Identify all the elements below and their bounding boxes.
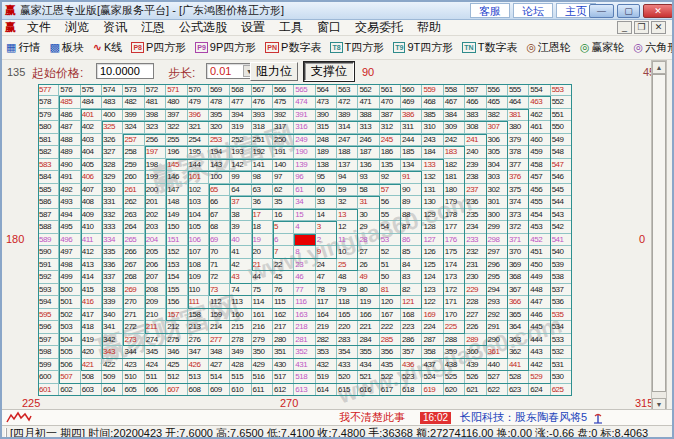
grid-cell[interactable]: 239 <box>465 159 486 171</box>
grid-cell[interactable]: 400 <box>102 109 123 121</box>
grid-cell[interactable]: 115 <box>273 296 294 308</box>
grid-cell[interactable]: 444 <box>529 334 550 346</box>
grid-cell[interactable]: 188 <box>337 146 358 158</box>
menu-item[interactable]: 设置 <box>234 19 272 36</box>
grid-cell[interactable]: 372 <box>508 221 529 233</box>
grid-cell[interactable]: 377 <box>508 159 529 171</box>
grid-cell[interactable]: 359 <box>444 346 465 358</box>
grid-cell[interactable]: 149 <box>166 209 187 221</box>
grid-cell[interactable]: 88 <box>401 209 422 221</box>
grid-cell[interactable]: 539 <box>551 259 572 271</box>
grid-cell[interactable]: 266 <box>123 246 144 258</box>
grid-cell[interactable]: 434 <box>358 359 379 371</box>
grid-cell[interactable]: 86 <box>401 234 422 246</box>
grid-cell[interactable]: 146 <box>166 171 187 183</box>
grid-cell[interactable]: 281 <box>294 334 315 346</box>
grid-cell[interactable]: 574 <box>102 84 123 96</box>
grid-cell[interactable]: 532 <box>551 346 572 358</box>
grid-cell[interactable]: 263 <box>123 209 144 221</box>
grid-cell[interactable]: 418 <box>81 321 102 333</box>
grid-cell[interactable]: 66 <box>209 196 230 208</box>
grid-cell[interactable]: 563 <box>337 84 358 96</box>
grid-cell[interactable]: 382 <box>487 109 508 121</box>
grid-cell[interactable]: 17 <box>252 209 273 221</box>
grid-cell[interactable]: 271 <box>123 309 144 321</box>
grid-cell[interactable]: 380 <box>508 121 529 133</box>
grid-cell[interactable]: 22 <box>273 259 294 271</box>
grid-cell[interactable]: 274 <box>145 334 166 346</box>
grid-cell[interactable]: 350 <box>252 346 273 358</box>
grid-cell[interactable]: 517 <box>273 371 294 383</box>
grid-cell[interactable]: 325 <box>102 121 123 133</box>
grid-cell[interactable]: 34 <box>294 196 315 208</box>
grid-cell[interactable]: 368 <box>508 271 529 283</box>
grid-cell[interactable]: 412 <box>81 246 102 258</box>
grid-cell[interactable]: 92 <box>380 171 401 183</box>
grid-cell[interactable]: 320 <box>209 121 230 133</box>
grid-cell[interactable]: 84 <box>401 259 422 271</box>
grid-cell[interactable]: 326 <box>102 134 123 146</box>
grid-cell[interactable]: 569 <box>209 84 230 96</box>
grid-cell[interactable]: 15 <box>294 209 315 221</box>
grid-cell[interactable]: 421 <box>81 359 102 371</box>
grid-cell[interactable]: 71 <box>209 259 230 271</box>
grid-cell[interactable]: 453 <box>529 221 550 233</box>
grid-cell[interactable]: 169 <box>422 309 443 321</box>
grid-cell[interactable]: 21 <box>252 259 273 271</box>
grid-cell[interactable]: 258 <box>123 146 144 158</box>
grid-cell[interactable]: 215 <box>230 321 251 333</box>
grid-cell[interactable]: 413 <box>81 259 102 271</box>
grid-cell[interactable]: 270 <box>123 296 144 308</box>
grid-cell[interactable]: 353 <box>316 346 337 358</box>
grid-cell[interactable]: 491 <box>59 171 80 183</box>
grid-cell[interactable]: 317 <box>273 121 294 133</box>
grid-cell[interactable]: 575 <box>81 84 102 96</box>
titlebar-link-2[interactable]: 论坛 <box>513 3 553 18</box>
grid-cell[interactable]: 520 <box>337 371 358 383</box>
grid-cell[interactable]: 424 <box>145 359 166 371</box>
grid-cell[interactable]: 20 <box>252 246 273 258</box>
grid-cell[interactable]: 323 <box>145 121 166 133</box>
grid-cell[interactable]: 487 <box>59 121 80 133</box>
grid-cell[interactable]: 466 <box>465 96 486 108</box>
grid-cell[interactable]: 60 <box>316 184 337 196</box>
grid-cell[interactable]: 471 <box>358 96 379 108</box>
grid-cell[interactable]: 240 <box>465 146 486 158</box>
grid-cell[interactable]: 431 <box>294 359 315 371</box>
grid-cell[interactable]: 559 <box>422 84 443 96</box>
grid-cell[interactable]: 53 <box>380 234 401 246</box>
grid-cell[interactable]: 396 <box>188 109 209 121</box>
grid-cell[interactable]: 447 <box>529 296 550 308</box>
grid-cell[interactable]: 305 <box>487 146 508 158</box>
grid-cell[interactable]: 171 <box>444 296 465 308</box>
grid-cell[interactable]: 96 <box>294 171 315 183</box>
grid-cell[interactable]: 153 <box>166 259 187 271</box>
grid-cell[interactable]: 470 <box>380 96 401 108</box>
grid-cell[interactable]: 406 <box>81 171 102 183</box>
grid-cell[interactable]: 36 <box>252 196 273 208</box>
grid-cell[interactable]: 330 <box>102 184 123 196</box>
grid-cell[interactable]: 303 <box>487 171 508 183</box>
grid-cell[interactable]: 616 <box>358 384 379 396</box>
grid-cell[interactable]: 587 <box>38 209 59 221</box>
grid-cell[interactable]: 136 <box>358 159 379 171</box>
grid-cell[interactable]: 472 <box>337 96 358 108</box>
grid-cell[interactable]: 105 <box>188 221 209 233</box>
grid-cell[interactable]: 114 <box>252 296 273 308</box>
grid-cell[interactable]: 302 <box>487 184 508 196</box>
grid-cell[interactable]: 501 <box>59 296 80 308</box>
grid-cell[interactable]: 371 <box>508 234 529 246</box>
grid-cell[interactable]: 402 <box>81 121 102 133</box>
grid-cell[interactable]: 176 <box>444 234 465 246</box>
grid-cell[interactable]: 452 <box>529 234 550 246</box>
grid-cell[interactable]: 606 <box>145 384 166 396</box>
grid-cell[interactable]: 386 <box>401 109 422 121</box>
grid-cell[interactable]: 438 <box>444 359 465 371</box>
grid-cell[interactable]: 282 <box>316 334 337 346</box>
grid-cell[interactable]: 591 <box>38 259 59 271</box>
grid-cell[interactable]: 145 <box>166 159 187 171</box>
grid-cell[interactable]: 152 <box>166 246 187 258</box>
grid-cell[interactable]: 341 <box>102 321 123 333</box>
grid-cell[interactable]: 589 <box>38 234 59 246</box>
grid-cell[interactable]: 185 <box>401 146 422 158</box>
